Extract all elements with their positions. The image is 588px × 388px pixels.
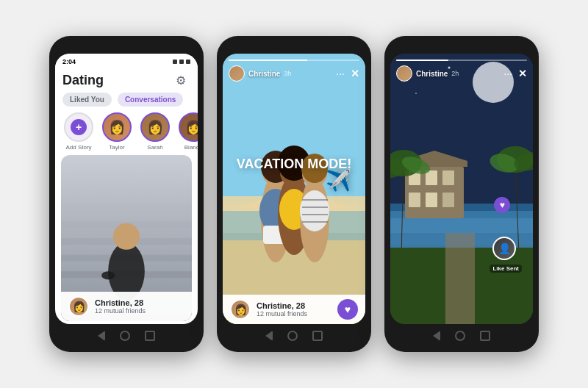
story-action-buttons: ··· ✕: [336, 68, 359, 79]
close-story-icon-3[interactable]: ✕: [518, 68, 527, 79]
story-username-2: Christine: [248, 70, 280, 78]
like-avatar-container: 👤 ♥: [492, 237, 519, 263]
svg-rect-54: [445, 233, 475, 324]
home-button-1[interactable]: [120, 331, 130, 341]
story-sarah[interactable]: 👩 Sarah: [139, 112, 171, 151]
story-header-3: Christine 2h ··· ✕: [396, 60, 527, 82]
like-heart-button[interactable]: ♥: [337, 299, 358, 320]
more-options-icon-3[interactable]: ···: [503, 68, 512, 79]
story-bianca[interactable]: 👩 Bianca: [177, 112, 198, 151]
tab-bar: Liked You Conversations: [55, 91, 198, 108]
tab-liked-you[interactable]: Liked You: [62, 93, 112, 107]
profile-card[interactable]: 👩 Christine, 28 12 mutual friends: [61, 155, 192, 321]
story-user-info: Christine 3h: [229, 65, 291, 82]
story-time-2: 3h: [284, 70, 291, 77]
phone-screen-2: Christine 3h ··· ✕ VACATION MODE! ✈️ 👩 C…: [223, 54, 365, 324]
sarah-avatar: 👩: [140, 112, 170, 142]
story-card-name: Christine, 28: [257, 301, 307, 310]
svg-rect-41: [409, 193, 420, 207]
story-overlay-text: VACATION MODE! ✈️: [237, 157, 351, 193]
svg-point-6: [113, 223, 140, 250]
like-sender-avatar: 👤: [492, 237, 516, 260]
svg-rect-40: [442, 170, 454, 185]
svg-point-34: [415, 93, 417, 94]
phone-2: Christine 3h ··· ✕ VACATION MODE! ✈️ 👩 C…: [217, 36, 371, 352]
phone-notch-2: [272, 40, 316, 54]
plane-emoji: ✈️: [237, 168, 351, 193]
card-info-bar: 👩 Christine, 28 12 mutual friends: [61, 292, 192, 321]
story-progress-bar: [229, 60, 359, 61]
card-person-name: Christine, 28: [95, 298, 146, 307]
taylor-face: 👩: [104, 114, 130, 140]
like-sent-badge: 👤 ♥ Like Sent: [490, 237, 522, 273]
bianca-face: 👩: [180, 114, 198, 140]
stories-row: + Add Story 👩 Taylor 👩 Sarah 👩: [55, 108, 198, 155]
story-time-3: 2h: [451, 70, 459, 77]
sarah-label: Sarah: [147, 144, 162, 151]
recents-button-3[interactable]: [480, 331, 490, 341]
card-profile-avatar: 👩: [68, 296, 89, 317]
sarah-face: 👩: [142, 114, 168, 140]
phone-3: Christine 2h ··· ✕ 👤 ♥ Like Sent: [384, 36, 539, 352]
card-text-info: Christine, 28 12 mutual friends: [95, 298, 146, 315]
home-button-3[interactable]: [455, 331, 465, 341]
svg-point-7: [101, 271, 115, 279]
story-user-row-3: Christine 2h ··· ✕: [396, 65, 527, 82]
phone-notch-1: [104, 40, 148, 54]
taylor-avatar: 👩: [102, 112, 132, 142]
story-person-info: 👩 Christine, 28 12 mutual friends: [230, 299, 307, 320]
resort-scene: [390, 54, 533, 324]
phone-1: 2:04 Dating ⚙ Liked You Conversations: [49, 36, 204, 352]
svg-rect-36: [390, 218, 533, 233]
add-plus-icon: +: [71, 119, 87, 135]
battery-icon: [186, 60, 190, 64]
svg-rect-43: [442, 193, 454, 207]
phone-screen-1: 2:04 Dating ⚙ Liked You Conversations: [55, 54, 198, 324]
story-bottom-bar: 👩 Christine, 28 12 mutual friends ♥: [223, 295, 365, 324]
back-button-1[interactable]: [98, 331, 105, 341]
svg-point-24: [300, 190, 329, 231]
svg-rect-42: [426, 193, 437, 207]
add-story-label: Add Story: [65, 144, 91, 151]
dating-header: Dating ⚙: [55, 70, 198, 91]
status-icons-1: [173, 60, 190, 64]
bianca-label: Bianca: [184, 144, 198, 151]
recents-button-2[interactable]: [312, 331, 323, 341]
phone-screen-3: Christine 2h ··· ✕ 👤 ♥ Like Sent: [390, 54, 533, 324]
card-mutual-friends: 12 mutual friends: [95, 307, 146, 315]
story-user-info-3: Christine 2h: [396, 65, 459, 82]
home-button-2[interactable]: [287, 331, 298, 341]
story-user-row: Christine 3h ··· ✕: [229, 65, 359, 82]
phone-notch-3: [440, 40, 484, 54]
story-progress-fill: [229, 60, 307, 61]
status-time-1: 2:04: [62, 58, 76, 65]
status-bar-1: 2:04: [55, 54, 198, 70]
tab-conversations[interactable]: Conversations: [118, 93, 183, 107]
close-story-icon[interactable]: ✕: [351, 68, 359, 79]
story-username-3: Christine: [416, 70, 448, 78]
bianca-avatar: 👩: [179, 112, 198, 142]
story-card-sub: 12 mutual friends: [257, 310, 307, 317]
back-button-3[interactable]: [433, 331, 440, 341]
phone-nav-3: [390, 326, 533, 346]
story-header-2: Christine 3h ··· ✕: [229, 60, 359, 82]
story-user-avatar-3: [396, 65, 412, 82]
taylor-label: Taylor: [109, 144, 124, 151]
add-story-avatar: +: [64, 112, 93, 142]
phone-nav-1: [55, 326, 198, 346]
svg-rect-0: [61, 205, 192, 212]
more-options-icon[interactable]: ···: [336, 68, 345, 79]
story-progress-fill-3: [396, 60, 448, 61]
story-user-avatar: [229, 65, 245, 82]
recents-button-1[interactable]: [145, 331, 155, 341]
phone-nav-2: [223, 326, 365, 346]
story-card-avatar: 👩: [230, 299, 251, 320]
story-card-text: Christine, 28 12 mutual friends: [257, 301, 307, 317]
back-button-2[interactable]: [265, 331, 273, 341]
story-add[interactable]: + Add Story: [62, 112, 95, 151]
dating-title: Dating: [62, 73, 104, 88]
like-sent-label: Like Sent: [490, 265, 522, 273]
settings-icon[interactable]: ⚙: [176, 73, 190, 88]
signal-icon: [173, 60, 177, 64]
story-taylor[interactable]: 👩 Taylor: [101, 112, 133, 151]
